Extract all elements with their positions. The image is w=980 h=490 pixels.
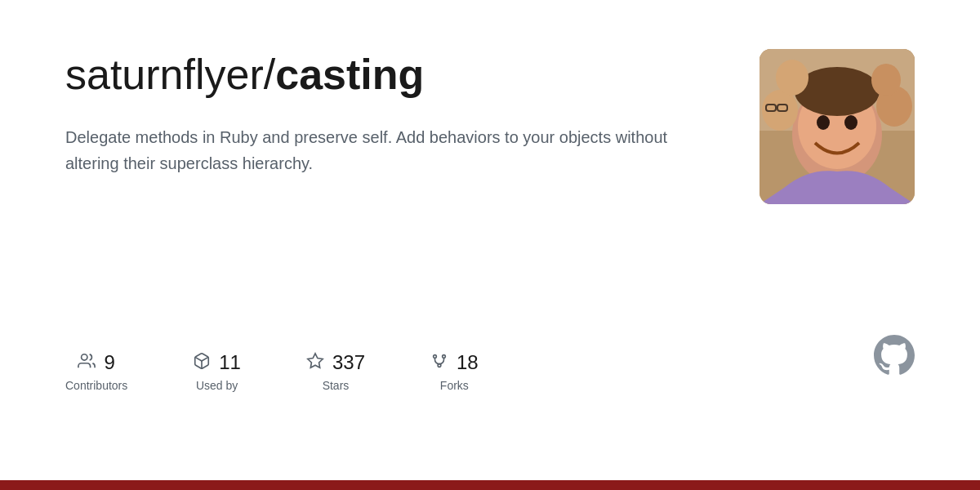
- stars-count: 337: [332, 351, 365, 374]
- star-icon: [306, 352, 324, 373]
- svg-marker-15: [308, 354, 323, 368]
- package-icon: [193, 352, 211, 373]
- avatar: [760, 49, 915, 204]
- repo-owner[interactable]: saturnflyer/: [65, 51, 275, 98]
- stat-stars-top: 337: [306, 351, 365, 374]
- svg-point-13: [82, 354, 87, 360]
- header-row: saturnflyer/casting Delegate methods in …: [65, 49, 915, 204]
- stat-forks-top: 18: [430, 351, 479, 374]
- title-section: saturnflyer/casting Delegate methods in …: [65, 49, 727, 176]
- stat-contributors-top: 9: [78, 351, 114, 374]
- forks-label: Forks: [440, 379, 469, 392]
- stat-stars[interactable]: 337 Stars: [306, 351, 365, 392]
- stats-row: 9 Contributors 11 Used by: [65, 335, 915, 441]
- svg-point-9: [776, 60, 808, 96]
- stat-forks[interactable]: 18 Forks: [430, 351, 479, 392]
- svg-point-10: [871, 64, 901, 96]
- bottom-bar: [0, 480, 980, 490]
- used-by-label: Used by: [196, 379, 238, 392]
- svg-point-5: [844, 115, 858, 130]
- svg-point-4: [817, 115, 830, 130]
- svg-point-16: [434, 355, 437, 359]
- avatar-section: [760, 49, 915, 204]
- stat-used-by-top: 11: [193, 351, 241, 374]
- contributors-label: Contributors: [65, 379, 127, 392]
- forks-count: 18: [457, 351, 479, 374]
- stat-used-by[interactable]: 11 Used by: [193, 351, 241, 392]
- main-content: saturnflyer/casting Delegate methods in …: [0, 0, 980, 441]
- repo-name[interactable]: casting: [275, 51, 424, 98]
- used-by-count: 11: [219, 351, 241, 374]
- repo-description: Delegate methods in Ruby and preserve se…: [65, 124, 670, 176]
- contributors-count: 9: [104, 351, 114, 374]
- repo-title: saturnflyer/casting: [65, 49, 727, 100]
- fork-icon: [430, 352, 448, 373]
- contributors-icon: [78, 352, 96, 373]
- github-logo-icon: [874, 335, 915, 376]
- stat-contributors[interactable]: 9 Contributors: [65, 351, 127, 392]
- stars-label: Stars: [323, 379, 350, 392]
- github-logo-section[interactable]: [874, 335, 915, 408]
- svg-point-17: [443, 355, 446, 359]
